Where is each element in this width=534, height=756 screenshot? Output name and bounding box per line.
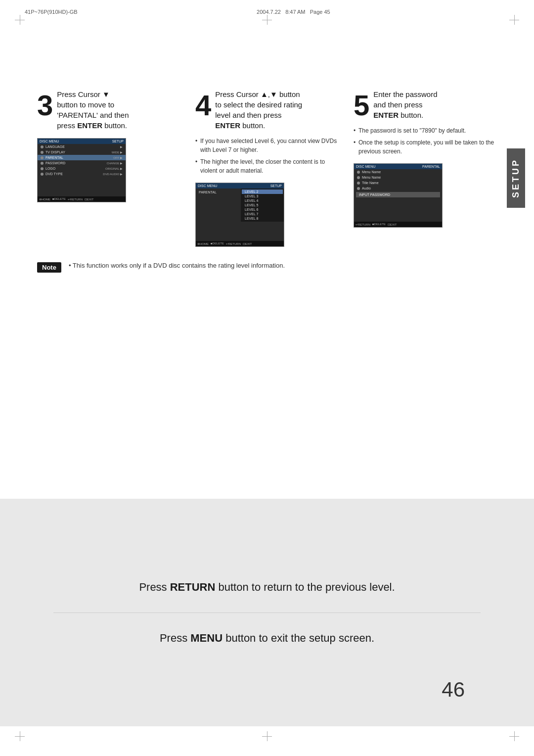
screen1-row-dvdtype: DVD TYPE DVD AUDIO ▶ <box>38 171 126 177</box>
screen3-menubar: DISC MENU PARENTAL <box>354 164 442 169</box>
crosshair-top-center <box>262 15 272 25</box>
note-section: Note • This function works only if a DVD… <box>30 262 504 273</box>
step-4-bullets: If you have selected Level 6, you cannot… <box>195 137 339 175</box>
menu-instruction: Press MENU button to exit the setup scre… <box>140 623 394 654</box>
step-4-number: 4 <box>195 91 211 120</box>
level-6: LEVEL 6 <box>242 207 283 212</box>
main-content: SETUP 3 Press Cursor ▼ button to move to… <box>30 30 504 726</box>
screen1-menubar: DISC MENU SETUP <box>38 139 126 144</box>
step-5-text: Enter the password and then press ENTER … <box>373 89 497 120</box>
screen3-row4: Audio <box>354 186 442 191</box>
bullet-4-2: The higher the level, the closer the con… <box>195 157 339 175</box>
screen1-row-language: LANGUAGE ▶ <box>38 144 126 149</box>
screen3-row1: Menu Name <box>354 169 442 175</box>
level-3: LEVEL 3 <box>242 194 283 198</box>
level-4: LEVEL 4 <box>242 198 283 203</box>
crosshair-top-left <box>15 15 25 25</box>
bottom-divider <box>53 613 481 613</box>
screen1-row-password: PASSWORD CHANGE ▶ <box>38 160 126 166</box>
step-5-column: 5 Enter the password and then press ENTE… <box>346 89 504 228</box>
step-3-column: 3 Press Cursor ▼ button to move to 'PARE… <box>30 89 188 202</box>
page-number: 46 <box>442 678 465 702</box>
screen-mock-2: DISC MENU SETUP PARENTAL LEVEL 2 LEVEL 3… <box>195 183 284 247</box>
screen-mock-3: DISC MENU PARENTAL Menu Name Menu Name T… <box>354 163 443 228</box>
step-4-column: 4 Press Cursor ▲,▼ button to select the … <box>188 89 346 247</box>
screen3-navbar: ↩RETURN ■DELETE ⊡EXIT <box>354 222 442 227</box>
print-info-left: 41P~76P(910HD)-GB <box>25 9 78 15</box>
crosshair-bottom-left <box>15 731 25 741</box>
screen1-row-tv: TV DISPLAY WIDE ▶ <box>38 149 126 155</box>
screen1-row-parental: PARENTAL OFF ▶ <box>38 155 126 160</box>
password-box: INPUT PASSWORD <box>356 192 440 197</box>
bullet-5-2: Once the setup is complete, you will be … <box>354 138 497 156</box>
crosshair-top-right <box>509 15 519 25</box>
print-info-middle: 2004.7.22 8:47 AM Page 45 <box>257 9 330 15</box>
return-instruction: Press RETURN button to return to the pre… <box>119 572 414 603</box>
level-8: LEVEL 8 <box>242 216 283 221</box>
step-5-bullets: The password is set to "7890" by default… <box>354 126 497 156</box>
screen-mock-1: DISC MENU SETUP LANGUAGE ▶ TV DISPLAY WI… <box>37 138 126 202</box>
crosshair-bottom-right <box>509 731 519 741</box>
screen1-navbar: ⊗HOME ■DELETE ↩RETURN ⊡EXIT <box>38 196 126 202</box>
step-5-number: 5 <box>354 91 369 120</box>
setup-tab: SETUP <box>507 148 525 208</box>
level-7: LEVEL 7 <box>242 212 283 216</box>
level-5: LEVEL 5 <box>242 203 283 207</box>
screen2-menubar: DISC MENU SETUP <box>196 183 284 189</box>
screen1-row-logo: LOGO ORIGINAL ▶ <box>38 166 126 171</box>
bullet-4-1: If you have selected Level 6, you cannot… <box>195 137 339 154</box>
steps-section: 3 Press Cursor ▼ button to move to 'PARE… <box>30 89 504 247</box>
step-3-text: Press Cursor ▼ button to move to 'PARENT… <box>57 89 180 131</box>
screen3-row3: Title Name <box>354 180 442 186</box>
step-4-text: Press Cursor ▲,▼ button to select the de… <box>215 89 339 131</box>
step-3-number: 3 <box>37 91 53 120</box>
screen3-row2: Menu Name <box>354 175 442 180</box>
note-badge: Note <box>37 262 61 273</box>
screen2-navbar: ⊗HOME ■DELETE ↩RETURN ⊡EXIT <box>196 241 284 246</box>
note-text: • This function works only if a DVD disc… <box>69 262 285 269</box>
level-2: LEVEL 2 <box>242 189 283 194</box>
bullet-5-1: The password is set to "7890" by default… <box>354 126 497 135</box>
print-header: 41P~76P(910HD)-GB 2004.7.22 8:47 AM Page… <box>25 9 509 15</box>
crosshair-bottom-center <box>262 731 272 741</box>
